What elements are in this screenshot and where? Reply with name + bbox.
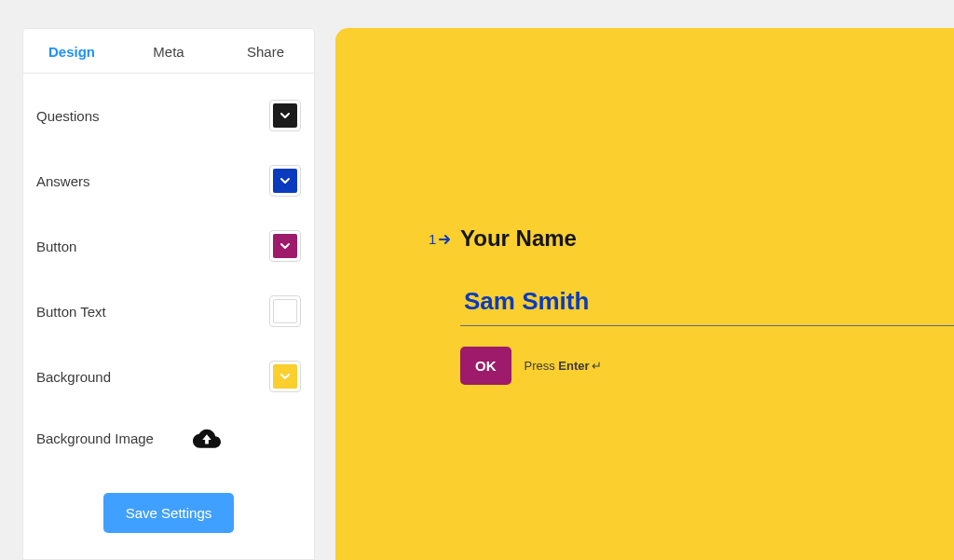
option-row-bg-image: Background Image — [36, 409, 301, 467]
color-picker-questions[interactable] — [269, 100, 301, 131]
sidebar-tabs: Design Meta Share — [23, 29, 314, 74]
color-picker-button[interactable] — [269, 230, 301, 262]
action-row: OK Press Enter↵ — [460, 347, 954, 385]
color-picker-answers[interactable] — [269, 165, 301, 197]
tab-share[interactable]: Share — [217, 29, 314, 73]
option-label: Background — [36, 369, 111, 385]
chevron-down-icon — [279, 240, 291, 252]
chevron-down-icon — [279, 371, 291, 382]
enter-hint: Press Enter↵ — [525, 359, 602, 373]
option-label: Button Text — [36, 304, 106, 320]
chevron-down-icon — [279, 110, 291, 121]
option-row-button: Button — [36, 213, 301, 279]
cloud-upload-icon[interactable] — [191, 426, 223, 450]
design-sidebar: Design Meta Share Questions Answers — [22, 28, 315, 560]
option-row-questions: Questions — [36, 83, 301, 148]
tab-design[interactable]: Design — [23, 29, 120, 73]
ok-button[interactable]: OK — [460, 347, 511, 385]
answer-input[interactable] — [460, 283, 954, 326]
save-row: Save Settings — [36, 467, 301, 542]
chevron-down-icon — [279, 175, 291, 186]
option-label: Background Image — [36, 430, 154, 446]
color-picker-button-text[interactable] — [269, 295, 301, 327]
option-label: Answers — [36, 173, 90, 189]
option-row-button-text: Button Text — [36, 279, 301, 344]
option-label: Questions — [36, 108, 100, 124]
form-preview: 1 Your Name OK Press Enter↵ — [335, 28, 954, 560]
option-row-answers: Answers — [36, 148, 301, 213]
question-block: 1 Your Name OK Press Enter↵ — [429, 225, 954, 385]
save-settings-button[interactable]: Save Settings — [103, 493, 235, 533]
option-label: Button — [36, 239, 76, 254]
question-title: Your Name — [460, 225, 954, 252]
color-picker-background[interactable] — [269, 361, 301, 392]
question-number: 1 — [429, 231, 453, 247]
arrow-right-icon — [438, 233, 453, 246]
tab-meta[interactable]: Meta — [120, 29, 217, 73]
design-options: Questions Answers Button — [23, 74, 314, 542]
option-row-background: Background — [36, 344, 301, 409]
